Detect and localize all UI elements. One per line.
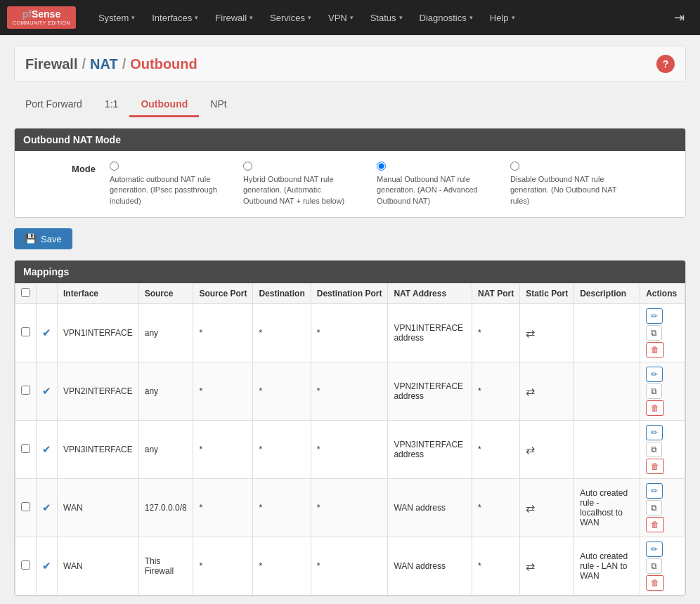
row-destination-port: * [311,421,388,479]
row-source: any [138,304,193,362]
row-description [574,421,640,479]
row-enabled: ✔ [37,421,58,479]
mode-option-manual-header [377,162,386,171]
mappings-section: Mappings Interface Source Source Port De… [14,260,686,596]
mode-radio-hybrid[interactable] [243,162,252,171]
mode-option-hybrid-header [243,162,252,171]
navbar: pfSense COMMUNITY EDITION System ▾ Inter… [0,0,700,35]
brand-logo: pfSense COMMUNITY EDITION [7,6,76,28]
nav-item-help[interactable]: Help ▾ [481,0,524,35]
mappings-tbody: ✔ VPN1INTERFACE any * * * VPN1INTERFACE … [15,304,685,596]
nav-item-system[interactable]: System ▾ [90,0,143,35]
logo-edition: COMMUNITY EDITION [13,20,70,26]
mode-option-manual: Manual Outbound NAT rule generation. (AO… [377,162,489,206]
row-static-port: ⇄ [520,362,574,421]
row-static-port: ⇄ [520,304,574,362]
row-interface: WAN [58,537,139,596]
breadcrumb-outbound: Outbound [130,56,197,72]
mappings-table: Interface Source Source Port Destination… [15,283,685,596]
nav-item-services[interactable]: Services ▾ [261,0,320,35]
edit-button[interactable]: ✏ [646,367,663,382]
delete-row-button[interactable]: 🗑 [646,459,664,474]
chevron-down-icon: ▾ [308,14,311,21]
nav-menu: System ▾ Interfaces ▾ Firewall ▾ Service… [90,0,666,35]
edit-button[interactable]: ✏ [646,483,663,499]
page-content: Firewall / NAT / Outbound ? Port Forward… [0,35,700,604]
copy-button[interactable]: ⧉ [646,325,662,341]
edit-button[interactable]: ✏ [646,308,663,324]
mappings-table-wrapper: Interface Source Source Port Destination… [15,283,685,596]
th-description: Description [574,284,640,304]
copy-button[interactable]: ⧉ [646,383,662,399]
row-checkbox-cell [15,304,37,362]
row-nat-port: * [472,304,520,362]
tab-bar: Port Forward 1:1 Outbound NPt [14,93,686,117]
chevron-down-icon: ▾ [399,14,403,21]
delete-row-button[interactable]: 🗑 [646,575,664,591]
mode-radio-manual[interactable] [377,162,386,171]
breadcrumb-nat[interactable]: NAT [90,56,118,72]
row-checkbox[interactable] [21,502,30,511]
shuffle-icon: ⇄ [526,327,535,340]
copy-button[interactable]: ⧉ [646,500,662,516]
row-checkbox-cell [15,421,37,479]
copy-button[interactable]: ⧉ [646,558,662,574]
logo-pf: pfSense [22,9,60,20]
nav-item-interfaces[interactable]: Interfaces ▾ [143,0,207,35]
row-destination-port: * [311,304,388,362]
th-destination: Destination [253,284,311,304]
tab-outbound[interactable]: Outbound [129,93,199,117]
copy-button[interactable]: ⧉ [646,442,662,457]
tab-npt[interactable]: NPt [199,93,238,117]
delete-row-button[interactable]: 🗑 [646,342,664,357]
chevron-down-icon: ▾ [131,14,135,21]
row-checkbox[interactable] [21,444,30,453]
nat-mode-section-header: Outbound NAT Mode [15,129,685,151]
row-description [574,304,640,362]
enabled-checkmark: ✔ [42,385,51,397]
row-checkbox-cell [15,537,37,596]
action-buttons: ✏ ⧉ 🗑 [646,483,679,532]
mode-desc-hybrid: Hybrid Outbound NAT rule generation. (Au… [243,174,356,206]
delete-row-button[interactable]: 🗑 [646,400,664,416]
row-description: Auto created rule - LAN to WAN [574,537,640,596]
help-button[interactable]: ? [656,55,675,73]
logout-button[interactable]: ⇥ [666,0,693,35]
row-interface: VPN1INTERFACE [58,304,139,362]
delete-row-button[interactable]: 🗑 [646,517,664,532]
nav-item-status[interactable]: Status ▾ [362,0,411,35]
row-checkbox[interactable] [21,327,30,336]
row-interface: VPN2INTERFACE [58,362,139,421]
row-destination: * [253,479,311,537]
tab-1-1[interactable]: 1:1 [93,93,129,117]
table-row: ✔ VPN2INTERFACE any * * * VPN2INTERFACE … [15,362,685,421]
nav-item-firewall[interactable]: Firewall ▾ [207,0,261,35]
row-checkbox[interactable] [21,560,30,570]
mode-radio-auto[interactable] [110,162,119,171]
table-row: ✔ WAN This Firewall * * * WAN address * … [15,537,685,596]
edit-button[interactable]: ✏ [646,541,663,557]
th-static-port: Static Port [520,284,574,304]
row-destination: * [253,304,311,362]
table-row: ✔ VPN1INTERFACE any * * * VPN1INTERFACE … [15,304,685,362]
enabled-checkmark: ✔ [42,560,51,572]
shuffle-icon: ⇄ [526,443,535,457]
edit-button[interactable]: ✏ [646,425,663,440]
save-button[interactable]: 💾 Save [14,228,72,249]
select-all-checkbox[interactable] [21,288,30,297]
row-nat-port: * [472,537,520,596]
mode-option-auto: Automatic outbound NAT rule generation. … [110,162,222,206]
action-buttons: ✏ ⧉ 🗑 [646,425,679,474]
row-destination-port: * [311,537,388,596]
chevron-down-icon: ▾ [512,14,515,21]
tab-port-forward[interactable]: Port Forward [14,93,93,117]
row-source-port: * [193,537,253,596]
row-enabled: ✔ [37,537,58,596]
action-buttons: ✏ ⧉ 🗑 [646,541,679,591]
row-checkbox[interactable] [21,386,30,395]
row-source-port: * [193,304,253,362]
mode-radio-disable[interactable] [510,162,519,171]
row-actions: ✏ ⧉ 🗑 [640,479,685,537]
nav-item-vpn[interactable]: VPN ▾ [320,0,362,35]
nav-item-diagnostics[interactable]: Diagnostics ▾ [411,0,481,35]
